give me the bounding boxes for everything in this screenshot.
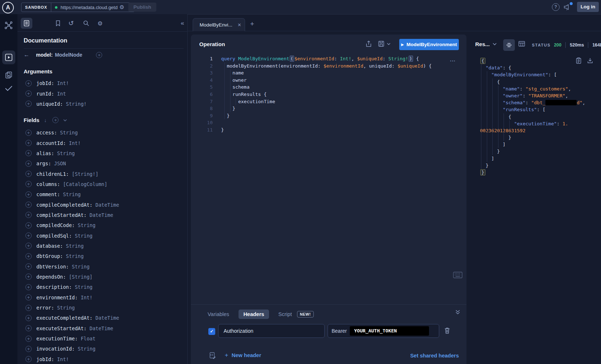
table-view-toggle-icon[interactable] bbox=[518, 41, 525, 46]
endpoint-settings-gear-icon[interactable]: ⚙ bbox=[120, 4, 124, 11]
add-field-icon[interactable]: + bbox=[25, 181, 32, 187]
collapse-drawer-icon[interactable] bbox=[455, 310, 460, 315]
add-field-icon[interactable]: + bbox=[25, 191, 32, 198]
add-field-icon[interactable]: + bbox=[25, 171, 32, 177]
field-row[interactable]: + dbtGroup: String bbox=[17, 251, 187, 261]
operation-tab-active[interactable]: ModelByEnvi... × bbox=[193, 18, 245, 31]
field-name: error: bbox=[36, 305, 57, 311]
field-row[interactable]: + executeCompletedAt: DateTime bbox=[17, 313, 187, 323]
raw-view-toggle-selected[interactable] bbox=[503, 39, 515, 51]
add-field-icon[interactable]: + bbox=[25, 140, 32, 146]
add-model-icon[interactable]: + bbox=[96, 52, 102, 58]
add-field-icon[interactable]: + bbox=[25, 284, 32, 290]
add-argument-icon[interactable]: + bbox=[25, 90, 32, 97]
collapse-doc-panel-icon[interactable]: « bbox=[181, 18, 184, 29]
tab-headers[interactable]: Headers bbox=[239, 310, 269, 319]
explorer-nav-item-selected[interactable] bbox=[2, 50, 15, 64]
collections-nav-icon[interactable] bbox=[0, 70, 17, 79]
add-field-icon[interactable]: + bbox=[25, 356, 32, 362]
add-field-icon[interactable]: + bbox=[25, 212, 32, 218]
field-row[interactable]: + database: String bbox=[17, 241, 187, 251]
keyboard-shortcuts-icon[interactable] bbox=[453, 272, 462, 278]
field-row[interactable]: + compileStartedAt: DateTime bbox=[17, 210, 187, 220]
field-row[interactable]: + access: String bbox=[17, 128, 187, 138]
login-button[interactable]: Log in bbox=[577, 2, 599, 12]
field-row[interactable]: + comment: String bbox=[17, 189, 187, 199]
delete-header-icon[interactable] bbox=[444, 327, 450, 334]
preflight-script-icon[interactable] bbox=[209, 352, 216, 359]
field-row[interactable]: + description: String bbox=[17, 282, 187, 292]
new-header-label: New header bbox=[232, 352, 261, 358]
add-field-icon[interactable]: + bbox=[25, 336, 32, 342]
close-tab-icon[interactable]: × bbox=[238, 22, 241, 28]
field-row[interactable]: + dependsOn: [String] bbox=[17, 272, 187, 282]
field-row[interactable]: + compileCompletedAt: DateTime bbox=[17, 199, 187, 210]
add-field-icon[interactable]: + bbox=[25, 222, 32, 228]
header-key-input[interactable]: Authorization bbox=[218, 324, 325, 338]
doc-settings-gear-icon[interactable]: ⚙ bbox=[97, 18, 103, 29]
save-operation-icon[interactable] bbox=[378, 41, 384, 47]
argument-row[interactable]: + uniqueId: String! bbox=[17, 99, 187, 109]
documentation-tab-icon-selected[interactable] bbox=[21, 18, 32, 29]
add-field-icon[interactable]: + bbox=[25, 346, 32, 352]
header-value-input[interactable]: Bearer YOUR_AUTH_TOKEN bbox=[328, 324, 439, 338]
add-field-icon[interactable]: + bbox=[25, 150, 32, 156]
field-row[interactable]: + environmentId: Int! bbox=[17, 292, 187, 303]
add-field-icon[interactable]: + bbox=[25, 253, 32, 259]
field-row[interactable]: + columns: [CatalogColumn] bbox=[17, 179, 187, 189]
add-field-icon[interactable]: + bbox=[25, 294, 32, 300]
field-row[interactable]: + executeStartedAt: DateTime bbox=[17, 323, 187, 333]
add-field-icon[interactable]: + bbox=[25, 232, 32, 239]
add-field-icon[interactable]: + bbox=[25, 263, 32, 270]
header-enabled-checkbox[interactable]: ✓ bbox=[208, 328, 215, 335]
field-row[interactable]: + error: String bbox=[17, 303, 187, 313]
add-argument-icon[interactable]: + bbox=[25, 80, 32, 86]
add-field-icon[interactable]: + bbox=[25, 130, 32, 136]
argument-row[interactable]: + runId: Int bbox=[17, 88, 187, 98]
add-all-fields-icon[interactable]: + bbox=[52, 117, 59, 123]
response-json[interactable]: { "data": { "modelByEnvironment": [ { "n… bbox=[480, 57, 600, 176]
add-field-icon[interactable]: + bbox=[25, 315, 32, 321]
bookmark-icon[interactable] bbox=[55, 18, 61, 29]
search-icon[interactable] bbox=[83, 18, 89, 29]
add-field-icon[interactable]: + bbox=[25, 243, 32, 249]
publish-button[interactable]: Publish bbox=[128, 3, 156, 12]
add-field-icon[interactable]: + bbox=[25, 274, 32, 280]
share-operation-icon[interactable] bbox=[366, 41, 372, 47]
field-row[interactable]: + executionTime: Float bbox=[17, 333, 187, 344]
add-field-icon[interactable]: + bbox=[25, 202, 32, 208]
field-row[interactable]: + compiledCode: String bbox=[17, 220, 187, 230]
field-row[interactable]: + dbtVersion: String bbox=[17, 261, 187, 271]
field-row[interactable]: + accountId: Int! bbox=[17, 138, 187, 148]
field-row[interactable]: + jobId: Int! bbox=[17, 354, 187, 364]
field-row[interactable]: + compiledSql: String bbox=[17, 230, 187, 240]
checks-nav-icon[interactable] bbox=[0, 84, 17, 92]
help-icon[interactable]: ? bbox=[552, 3, 560, 11]
back-arrow-icon[interactable]: ← bbox=[24, 52, 31, 58]
response-title-chevron-icon[interactable] bbox=[493, 43, 497, 45]
operation-editor[interactable]: 1query ModelByEnvironment($environmentId… bbox=[198, 55, 453, 134]
add-field-icon[interactable]: + bbox=[25, 325, 32, 331]
field-row[interactable]: + invocationId: String bbox=[17, 344, 187, 354]
apollo-logo-icon[interactable]: A bbox=[2, 2, 14, 13]
field-row[interactable]: + args: JSON bbox=[17, 158, 187, 169]
fields-options-chevron-icon[interactable] bbox=[63, 119, 67, 121]
run-operation-button[interactable]: ▶ ModelByEnvironment bbox=[399, 39, 459, 50]
tab-script[interactable]: Script bbox=[279, 311, 292, 317]
set-shared-headers-button[interactable]: Set shared headers bbox=[410, 353, 459, 359]
add-field-icon[interactable]: + bbox=[25, 305, 32, 311]
endpoint-url-field[interactable]: https://metadata.cloud.getd ⚙ bbox=[51, 3, 135, 12]
history-icon[interactable]: ↺ bbox=[68, 18, 74, 29]
new-header-button[interactable]: + New header bbox=[225, 352, 261, 359]
add-argument-icon[interactable]: + bbox=[25, 101, 32, 107]
new-tab-icon[interactable]: + bbox=[250, 20, 254, 28]
sort-fields-icon[interactable]: ↓ bbox=[44, 117, 47, 123]
argument-row[interactable]: + jobId: Int! bbox=[17, 78, 187, 88]
tab-variables[interactable]: Variables bbox=[208, 311, 229, 317]
add-field-icon[interactable]: + bbox=[25, 161, 32, 167]
breadcrumb-type[interactable]: ModelNode bbox=[55, 52, 82, 58]
schema-graph-icon[interactable] bbox=[0, 21, 17, 30]
field-row[interactable]: + childrenL1: [String!] bbox=[17, 169, 187, 179]
field-row[interactable]: + alias: String bbox=[17, 148, 187, 158]
save-options-chevron-icon[interactable] bbox=[387, 43, 390, 45]
